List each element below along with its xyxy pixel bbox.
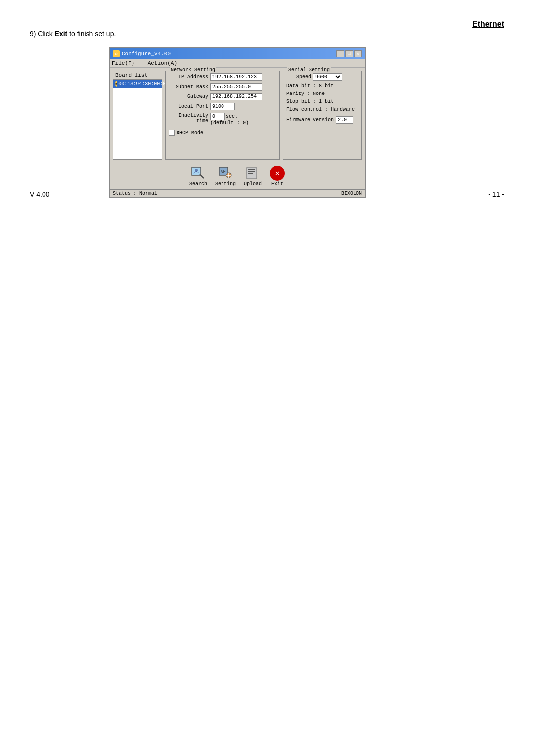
maximize-button[interactable]: □ bbox=[345, 50, 353, 57]
speed-label: Speed bbox=[286, 74, 311, 80]
local-port-input[interactable] bbox=[210, 103, 235, 110]
data-bit-row: Data bit : 8 bit bbox=[286, 83, 358, 89]
inactivity-default: (default : 0) bbox=[210, 120, 249, 126]
data-bit-value: Data bit : 8 bit bbox=[286, 83, 334, 89]
setting-button[interactable]: SET Setting bbox=[215, 166, 236, 187]
dhcp-row: DHCP Mode bbox=[169, 130, 276, 136]
board-list-panel: Board list ◉ 00:1S:94:30:00:0B bbox=[113, 71, 162, 160]
ip-input[interactable] bbox=[210, 73, 262, 81]
svg-rect-13 bbox=[248, 173, 253, 174]
menu-file[interactable]: File(F) bbox=[112, 60, 134, 66]
stop-bit-value: Stop bit : 1 bit bbox=[286, 99, 334, 104]
upload-icon bbox=[245, 166, 261, 180]
menu-action[interactable]: Action(A) bbox=[148, 60, 177, 66]
board-list-item[interactable]: ◉ 00:1S:94:30:00:0B bbox=[113, 80, 162, 88]
firmware-label: Firmware Version bbox=[286, 117, 334, 123]
subnet-mask-row: Subnet Mask bbox=[169, 83, 276, 91]
subnet-label: Subnet Mask bbox=[169, 84, 208, 90]
titlebar-left: ⚙ Configure_V4.00 bbox=[113, 50, 171, 57]
toolbar: Search SET Setting bbox=[110, 163, 365, 189]
network-setting-group: Network Setting IP Address Subnet Mask G… bbox=[165, 71, 280, 160]
instruction-suffix: to finish set up. bbox=[67, 30, 116, 38]
serial-setting-group: Serial Setting Speed 9600 19200 38400 11… bbox=[283, 71, 362, 160]
exit-label: Exit bbox=[271, 181, 283, 187]
serial-group-title: Serial Setting bbox=[287, 67, 331, 73]
board-mac: 00:1S:94:30:00:0B bbox=[118, 81, 169, 87]
search-icon bbox=[190, 166, 206, 180]
upload-label: Upload bbox=[244, 181, 262, 187]
configure-window: ⚙ Configure_V4.00 _ □ ✕ File(F) Action(A… bbox=[109, 47, 366, 198]
gateway-row: Gateway bbox=[169, 93, 276, 100]
board-list-header: Board list bbox=[113, 71, 162, 80]
gateway-label: Gateway bbox=[169, 94, 208, 99]
ip-address-row: IP Address bbox=[169, 73, 276, 81]
speed-select[interactable]: 9600 19200 38400 115200 bbox=[313, 73, 342, 81]
subnet-input[interactable] bbox=[210, 83, 262, 91]
exit-icon: ✕ bbox=[269, 166, 285, 180]
page-number: - 11 - bbox=[488, 190, 504, 198]
ip-label: IP Address bbox=[169, 74, 208, 80]
search-button[interactable]: Search bbox=[189, 166, 207, 187]
search-label: Search bbox=[189, 181, 207, 187]
inactivity-right: sec. (default : 0) bbox=[210, 113, 249, 126]
local-port-label: Local Port bbox=[169, 104, 208, 109]
flow-control-row: Flow control : Hardware bbox=[286, 107, 358, 112]
window-controls: _ □ ✕ bbox=[336, 50, 362, 57]
network-group-title: Network Setting bbox=[170, 67, 216, 73]
dhcp-checkbox[interactable] bbox=[169, 130, 175, 136]
window-title: Configure_V4.00 bbox=[122, 51, 171, 57]
svg-line-1 bbox=[200, 174, 204, 178]
window-icon: ⚙ bbox=[113, 50, 120, 57]
local-port-row: Local Port bbox=[169, 103, 276, 110]
firmware-input bbox=[336, 116, 353, 124]
firmware-row: Firmware Version bbox=[286, 116, 358, 124]
setting-icon: SET bbox=[218, 166, 233, 180]
settings-area: Network Setting IP Address Subnet Mask G… bbox=[165, 71, 362, 160]
upload-button[interactable]: Upload bbox=[244, 166, 262, 187]
instruction-bold: Exit bbox=[55, 30, 68, 38]
stop-bit-row: Stop bit : 1 bit bbox=[286, 99, 358, 104]
version-text: V 4.00 bbox=[30, 190, 49, 198]
instruction-prefix: 9) Click bbox=[30, 30, 55, 38]
instruction-text: 9) Click Exit to finish set up. bbox=[30, 30, 504, 38]
board-icon: ◉ bbox=[115, 81, 117, 87]
window-titlebar: ⚙ Configure_V4.00 _ □ ✕ bbox=[110, 48, 365, 59]
setting-label: Setting bbox=[215, 181, 236, 187]
inactivity-label: Inactivity time bbox=[169, 113, 208, 124]
minimize-button[interactable]: _ bbox=[336, 50, 344, 57]
parity-value: Parity : None bbox=[286, 91, 325, 96]
inactivity-input[interactable] bbox=[210, 113, 225, 120]
inactivity-inputs: sec. bbox=[210, 113, 249, 120]
inactivity-unit: sec. bbox=[226, 114, 238, 119]
inactivity-row: Inactivity time sec. (default : 0) bbox=[169, 113, 276, 126]
window-body: Board list ◉ 00:1S:94:30:00:0B Network S… bbox=[110, 68, 365, 163]
gateway-input[interactable] bbox=[210, 93, 262, 100]
flow-control-value: Flow control : Hardware bbox=[286, 107, 355, 112]
svg-rect-12 bbox=[248, 171, 255, 172]
exit-button[interactable]: ✕ Exit bbox=[269, 166, 285, 187]
svg-rect-11 bbox=[248, 169, 255, 170]
parity-row: Parity : None bbox=[286, 91, 358, 96]
dhcp-label: DHCP Mode bbox=[177, 130, 203, 136]
exit-circle: ✕ bbox=[270, 166, 285, 181]
ethernet-heading: Ethernet bbox=[472, 20, 504, 29]
close-button[interactable]: ✕ bbox=[354, 50, 362, 57]
speed-row: Speed 9600 19200 38400 115200 bbox=[286, 73, 358, 81]
page-footer: V 4.00 - 11 - bbox=[30, 190, 504, 198]
window-menubar: File(F) Action(A) bbox=[110, 59, 365, 68]
